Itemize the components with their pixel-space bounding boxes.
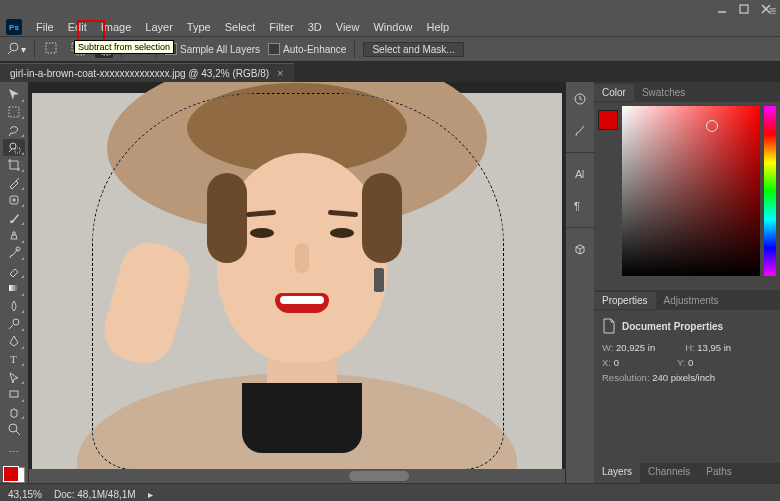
history-icon[interactable]	[569, 88, 591, 110]
path-select-tool[interactable]	[3, 368, 25, 385]
svg-point-4	[10, 43, 18, 51]
brush-tool[interactable]	[3, 209, 25, 226]
document-tab-bar: girl-in-a-brown-coat-xxxxxxxxxxxxxx.jpg …	[0, 62, 780, 82]
selection-marquee	[92, 93, 504, 470]
auto-enhance-label: Auto-Enhance	[283, 44, 346, 55]
svg-rect-1	[740, 5, 748, 13]
document-canvas[interactable]	[32, 93, 562, 473]
color-swatches[interactable]	[3, 466, 25, 483]
status-bar: 43,15% Doc: 48,1M/48,1M ▸	[0, 483, 780, 501]
crop-tool[interactable]	[3, 157, 25, 174]
tab-properties[interactable]: Properties	[594, 292, 656, 309]
menu-image[interactable]: Image	[95, 20, 138, 34]
dodge-tool[interactable]	[3, 315, 25, 332]
foreground-swatch[interactable]	[598, 110, 618, 130]
document-tab[interactable]: girl-in-a-brown-coat-xxxxxxxxxxxxxx.jpg …	[0, 63, 294, 82]
menu-layer[interactable]: Layer	[139, 20, 179, 34]
tab-layers[interactable]: Layers	[594, 463, 640, 483]
quick-select-tool[interactable]	[3, 139, 25, 156]
new-selection-icon[interactable]	[43, 40, 61, 58]
menu-view[interactable]: View	[330, 20, 366, 34]
rectangle-tool[interactable]	[3, 386, 25, 403]
menu-select[interactable]: Select	[219, 20, 262, 34]
svg-text:A: A	[575, 168, 583, 180]
svg-text:T: T	[10, 353, 17, 365]
menu-file[interactable]: File	[30, 20, 60, 34]
menu-filter[interactable]: Filter	[263, 20, 299, 34]
hand-tool[interactable]	[3, 404, 25, 421]
sample-all-layers-checkbox[interactable]: Sample All Layers	[165, 43, 260, 55]
prop-x[interactable]: 0	[614, 357, 619, 368]
tab-color[interactable]: Color	[594, 84, 634, 101]
hue-slider[interactable]	[764, 106, 776, 276]
status-chevron-icon[interactable]: ▸	[148, 489, 153, 500]
tab-adjustments[interactable]: Adjustments	[656, 292, 727, 309]
panel-group: Color Swatches ≡ Properties Adjustments …	[594, 82, 780, 483]
paragraph-icon[interactable]: ¶	[569, 195, 591, 217]
clone-stamp-tool[interactable]	[3, 227, 25, 244]
zoom-level[interactable]: 43,15%	[8, 489, 42, 500]
prop-resolution[interactable]: 240 pixels/inch	[652, 372, 715, 383]
svg-rect-5	[46, 43, 56, 53]
minimize-button[interactable]	[712, 2, 732, 16]
menu-type[interactable]: Type	[181, 20, 217, 34]
lasso-tool[interactable]	[3, 121, 25, 138]
blur-tool[interactable]	[3, 298, 25, 315]
type-tool[interactable]: T	[3, 351, 25, 368]
separator	[354, 40, 355, 58]
close-tab-icon[interactable]: ×	[277, 67, 283, 79]
title-bar	[0, 0, 780, 18]
brush-preset-icon[interactable]	[569, 120, 591, 142]
tab-channels[interactable]: Channels	[640, 463, 698, 483]
maximize-button[interactable]	[734, 2, 754, 16]
prop-height[interactable]: 13,95 in	[697, 342, 731, 353]
tab-paths[interactable]: Paths	[698, 463, 740, 483]
color-field[interactable]	[622, 106, 760, 276]
character-icon[interactable]: A	[569, 163, 591, 185]
3d-icon[interactable]	[569, 238, 591, 260]
toolbox: T ⋯	[0, 82, 29, 483]
tooltip: Subtract from selection	[74, 40, 174, 54]
panel-menu-icon[interactable]: ≡	[769, 4, 776, 18]
horizontal-scrollbar[interactable]	[29, 469, 565, 483]
eyedropper-tool[interactable]	[3, 174, 25, 191]
sample-all-label: Sample All Layers	[180, 44, 260, 55]
menu-window[interactable]: Window	[367, 20, 418, 34]
menu-bar: Ps File Edit Image Layer Type Select Fil…	[0, 18, 780, 36]
document-tab-label: girl-in-a-brown-coat-xxxxxxxxxxxxxx.jpg …	[10, 68, 269, 79]
color-marker[interactable]	[706, 120, 718, 132]
svg-rect-10	[9, 107, 19, 117]
move-tool[interactable]	[3, 86, 25, 103]
rect-marquee-tool[interactable]	[3, 104, 25, 121]
history-brush-tool[interactable]	[3, 245, 25, 262]
zoom-tool[interactable]	[3, 421, 25, 438]
document-icon	[602, 318, 616, 334]
doc-size[interactable]: Doc: 48,1M/48,1M	[54, 489, 136, 500]
properties-panel: Document Properties W: 20,925 in H: 13,9…	[594, 310, 780, 463]
separator	[34, 40, 35, 58]
menu-help[interactable]: Help	[421, 20, 456, 34]
menu-3d[interactable]: 3D	[302, 20, 328, 34]
prop-width[interactable]: 20,925 in	[616, 342, 655, 353]
canvas-area[interactable]	[29, 82, 565, 483]
eraser-tool[interactable]	[3, 262, 25, 279]
workspace: T ⋯	[0, 82, 780, 483]
doc-props-title: Document Properties	[622, 321, 723, 332]
svg-point-18	[13, 319, 19, 325]
select-and-mask-button[interactable]: Select and Mask...	[363, 42, 463, 57]
svg-rect-12	[15, 148, 20, 153]
tab-swatches[interactable]: Swatches	[634, 84, 693, 101]
prop-y[interactable]: 0	[688, 357, 693, 368]
auto-enhance-checkbox[interactable]: Auto-Enhance	[268, 43, 346, 55]
color-panel-tabs: Color Swatches ≡	[594, 82, 780, 102]
tool-preset-picker[interactable]: ▾	[8, 40, 26, 58]
svg-line-23	[16, 431, 20, 435]
properties-panel-tabs: Properties Adjustments ≡	[594, 290, 780, 310]
app-logo: Ps	[6, 19, 22, 35]
edit-toolbar-icon[interactable]: ⋯	[3, 443, 25, 460]
menu-edit[interactable]: Edit	[62, 20, 93, 34]
gradient-tool[interactable]	[3, 280, 25, 297]
pen-tool[interactable]	[3, 333, 25, 350]
healing-brush-tool[interactable]	[3, 192, 25, 209]
color-panel[interactable]	[594, 102, 780, 290]
